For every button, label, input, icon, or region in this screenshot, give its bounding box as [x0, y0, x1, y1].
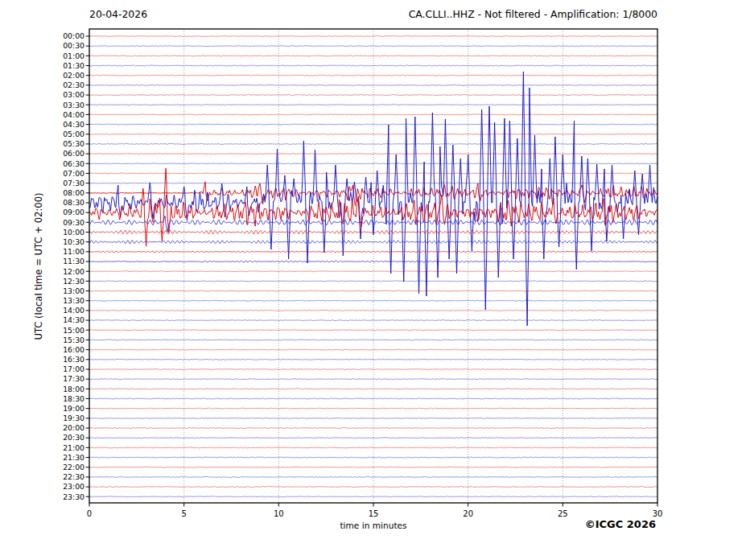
row-label: 20:00 — [63, 423, 84, 432]
trace-15:00 — [89, 330, 657, 331]
trace-12:00 — [89, 271, 657, 272]
row-label: 08:30 — [63, 198, 84, 207]
y-axis-label: UTC (local time = UTC + 02:00) — [33, 192, 44, 340]
x-tick-label: 10 — [274, 509, 284, 518]
trace-07:00 — [89, 173, 657, 174]
trace-21:00 — [89, 447, 657, 448]
helicorder-plot: UTC (local time = UTC + 02:00) 00:0000:3… — [0, 0, 746, 560]
row-label: 10:30 — [63, 237, 84, 246]
y-tick-labels: 00:0000:3001:0001:3002:0002:3003:0003:30… — [63, 31, 89, 500]
row-label: 01:30 — [63, 61, 84, 70]
row-label: 09:30 — [63, 218, 84, 227]
row-label: 02:00 — [63, 71, 84, 80]
row-label: 12:00 — [63, 267, 84, 276]
row-label: 00:00 — [63, 31, 84, 40]
row-label: 05:30 — [63, 139, 84, 148]
trace-13:30 — [89, 300, 657, 301]
row-label: 13:30 — [63, 296, 84, 305]
row-label: 10:00 — [63, 228, 84, 237]
row-label: 19:30 — [63, 414, 84, 422]
trace-23:00 — [89, 487, 657, 488]
x-tick-label: 5 — [181, 509, 186, 518]
row-label: 14:00 — [63, 306, 84, 315]
trace-18:30 — [89, 398, 657, 399]
row-label: 05:00 — [63, 130, 84, 138]
row-label: 01:00 — [63, 51, 84, 60]
row-label: 15:30 — [63, 336, 84, 344]
trace-20:30 — [89, 438, 657, 439]
row-label: 00:30 — [63, 41, 84, 50]
copyright: ©ICGC 2026 — [585, 518, 656, 530]
row-label: 03:00 — [63, 90, 84, 99]
helicorder-page: 20-04-2026 CA.CLLI..HHZ - Not filtered -… — [0, 0, 746, 560]
row-label: 18:30 — [63, 394, 84, 403]
row-label: 23:30 — [63, 492, 84, 501]
row-label: 19:00 — [63, 404, 84, 413]
row-label: 14:30 — [63, 315, 84, 324]
chart-root: 00:0000:3001:0001:3002:0002:3003:0003:30… — [63, 29, 662, 518]
row-label: 21:00 — [63, 443, 84, 452]
x-tick-label: 25 — [558, 509, 568, 518]
trace-20:00 — [89, 428, 657, 429]
row-label: 22:30 — [63, 472, 84, 481]
row-label: 04:00 — [63, 110, 84, 119]
trace-18:00 — [89, 389, 657, 389]
row-label: 11:30 — [63, 257, 84, 266]
trace-05:00 — [89, 134, 657, 134]
row-label: 20:30 — [63, 433, 84, 442]
row-label: 15:00 — [63, 326, 84, 335]
trace-14:00 — [89, 310, 657, 311]
trace-21:30 — [89, 457, 657, 458]
trace-02:00 — [89, 75, 657, 76]
trace-13:00 — [89, 290, 657, 291]
row-label: 08:00 — [63, 188, 84, 197]
x-tick-label: 0 — [87, 509, 92, 518]
traces — [89, 36, 657, 497]
trace-06:00 — [89, 154, 657, 154]
trace-04:00 — [89, 114, 657, 115]
row-label: 12:30 — [63, 277, 84, 286]
row-label: 04:30 — [63, 120, 84, 129]
row-label: 02:30 — [63, 80, 84, 89]
trace-03:30 — [89, 105, 657, 105]
trace-04:30 — [89, 124, 657, 125]
trace-10:30 — [89, 241, 657, 244]
row-label: 09:00 — [63, 208, 84, 216]
trace-23:30 — [89, 496, 657, 497]
row-label: 07:00 — [63, 169, 84, 178]
trace-15:30 — [89, 340, 657, 340]
row-label: 07:30 — [63, 179, 84, 187]
trace-17:30 — [89, 379, 657, 380]
trace-16:00 — [89, 349, 657, 350]
row-label: 03:30 — [63, 101, 84, 109]
trace-12:30 — [89, 281, 657, 282]
row-label: 16:30 — [63, 355, 84, 364]
x-tick-label: 15 — [369, 509, 379, 518]
trace-22:30 — [89, 476, 657, 477]
row-label: 06:30 — [63, 159, 84, 168]
row-label: 18:00 — [63, 385, 84, 393]
trace-01:00 — [89, 56, 657, 56]
row-label: 23:00 — [63, 482, 84, 491]
x-axis-label: time in minutes — [89, 521, 657, 530]
x-tick-labels: 051015202530 — [87, 503, 663, 518]
trace-19:30 — [89, 418, 657, 418]
trace-05:30 — [89, 143, 657, 144]
row-label: 21:30 — [63, 453, 84, 462]
row-label: 22:00 — [63, 463, 84, 471]
trace-16:30 — [89, 359, 657, 360]
row-label: 16:00 — [63, 345, 84, 354]
grid-lines — [184, 29, 563, 503]
trace-14:30 — [89, 320, 657, 321]
row-label: 06:00 — [63, 149, 84, 158]
x-tick-label: 30 — [653, 509, 663, 518]
x-tick-label: 20 — [463, 509, 473, 518]
trace-06:30 — [89, 163, 657, 164]
trace-22:00 — [89, 467, 657, 467]
row-label: 13:00 — [63, 286, 84, 295]
row-label: 17:30 — [63, 374, 84, 383]
row-label: 11:00 — [63, 247, 84, 256]
row-label: 17:00 — [63, 364, 84, 373]
